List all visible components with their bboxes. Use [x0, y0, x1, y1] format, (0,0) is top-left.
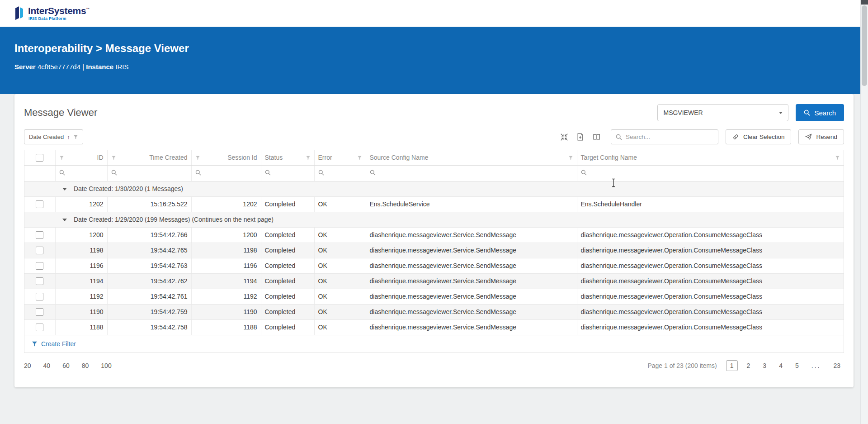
cell-status: Completed: [261, 227, 314, 243]
page-button-2[interactable]: 2: [743, 361, 754, 371]
column-chooser-button[interactable]: [590, 130, 604, 144]
page-size-100[interactable]: 100: [101, 362, 111, 369]
cell-error: OK: [314, 258, 366, 273]
column-header-error[interactable]: Error: [318, 154, 332, 161]
funnel-icon[interactable]: [306, 155, 311, 160]
search-icon: [370, 170, 376, 176]
row-checkbox[interactable]: [36, 293, 43, 300]
filter-input-source-config[interactable]: [366, 165, 577, 181]
message-grid: ID Time Created Session Id Status: [24, 150, 844, 353]
cell-status: Completed: [261, 258, 314, 273]
column-header-session-id[interactable]: Session Id: [227, 154, 257, 161]
instance-label: Instance: [86, 63, 113, 71]
select-all-checkbox[interactable]: [36, 154, 43, 162]
page-size-60[interactable]: 60: [62, 362, 70, 369]
intersystems-logo-icon: [14, 6, 25, 20]
column-header-target-config[interactable]: Target Config Name: [581, 154, 637, 161]
breadcrumb[interactable]: Interoperability > Message Viewer: [14, 42, 868, 55]
column-header-status[interactable]: Status: [265, 154, 283, 161]
intersystems-logo[interactable]: InterSystems™ IRIS Data Platform: [14, 6, 90, 21]
cell-id: 1188: [55, 319, 107, 335]
page-button-1[interactable]: 1: [726, 360, 738, 371]
funnel-icon[interactable]: [835, 155, 840, 160]
row-checkbox[interactable]: [36, 277, 43, 285]
filter-input-target-config[interactable]: [577, 165, 844, 181]
cell-id: 1198: [55, 243, 107, 258]
column-header-id[interactable]: ID: [97, 154, 104, 161]
page-size-20[interactable]: 20: [24, 362, 31, 369]
row-checkbox[interactable]: [36, 262, 43, 270]
group-collapse-triangle-icon[interactable]: [62, 219, 67, 221]
cell-session-id: 1198: [191, 243, 261, 258]
scrollbar-thumb[interactable]: [862, 5, 867, 86]
page-button-4[interactable]: 4: [775, 361, 786, 371]
viewer-select-value: MSGVIEWER: [663, 109, 703, 116]
search-button[interactable]: Search: [796, 104, 844, 121]
funnel-icon[interactable]: [357, 155, 362, 160]
cell-target-config: Ens.ScheduleHandler: [577, 196, 844, 212]
table-row[interactable]: 1194 19:54:42.762 1194 Completed OK dias…: [24, 273, 844, 289]
page-size-80[interactable]: 80: [82, 362, 89, 369]
cell-session-id: 1194: [191, 273, 261, 289]
table-row[interactable]: 1188 19:54:42.758 1188 Completed OK dias…: [24, 319, 844, 335]
group-row[interactable]: Date Created: 1/29/2020 (199 Messages) (…: [24, 212, 844, 227]
cell-target-config: diashenrique.messageviewer.Operation.Con…: [577, 258, 844, 273]
quick-search-box[interactable]: [611, 129, 718, 144]
checkbox-cell: [24, 289, 55, 304]
table-row[interactable]: 1202 15:16:25.522 1202 Completed OK Ens.…: [24, 196, 844, 212]
eraser-icon: [732, 133, 739, 140]
row-checkbox[interactable]: [36, 200, 43, 208]
cell-error: OK: [314, 319, 366, 335]
cell-session-id: 1188: [191, 319, 261, 335]
row-checkbox[interactable]: [36, 324, 43, 331]
page-button-5[interactable]: 5: [792, 361, 802, 371]
filter-input-time-created[interactable]: [107, 165, 191, 181]
filter-input-id[interactable]: [55, 165, 107, 181]
server-label: Server: [14, 63, 36, 71]
column-header-time-created[interactable]: Time Created: [149, 154, 187, 161]
resend-button[interactable]: Resend: [798, 129, 844, 144]
row-checkbox[interactable]: [36, 308, 43, 316]
table-row[interactable]: 1190 19:54:42.759 1190 Completed OK dias…: [24, 304, 844, 319]
group-collapse-triangle-icon[interactable]: [62, 188, 67, 191]
cell-time-created: 19:54:42.766: [107, 227, 191, 243]
row-checkbox[interactable]: [36, 247, 43, 254]
sort-chip-date-created[interactable]: Date Created ↑: [24, 129, 83, 144]
table-row[interactable]: 1200 19:54:42.766 1200 Completed OK dias…: [24, 227, 844, 243]
page-button-3[interactable]: 3: [759, 361, 770, 371]
cell-target-config: diashenrique.messageviewer.Operation.Con…: [577, 319, 844, 335]
group-row[interactable]: Date Created: 1/30/2020 (1 Messages): [24, 181, 844, 196]
clear-selection-button[interactable]: Clear Selection: [726, 129, 792, 144]
group-label: Date Created: 1/30/2020 (1 Messages): [74, 186, 183, 193]
column-header-source-config[interactable]: Source Config Name: [370, 154, 429, 161]
cell-error: OK: [314, 273, 366, 289]
funnel-icon[interactable]: [195, 155, 200, 160]
row-checkbox[interactable]: [36, 231, 43, 239]
create-filter-link[interactable]: Create Filter: [24, 335, 844, 353]
cell-source-config: diashenrique.messageviewer.Service.SendM…: [366, 273, 577, 289]
cell-source-config: Ens.ScheduleService: [366, 196, 577, 212]
funnel-icon[interactable]: [111, 155, 116, 160]
page-size-40[interactable]: 40: [43, 362, 51, 369]
vertical-scrollbar[interactable]: [860, 0, 868, 424]
resend-label: Resend: [816, 133, 837, 140]
sort-field-label: Date Created: [29, 133, 64, 140]
table-row[interactable]: 1192 19:54:42.761 1192 Completed OK dias…: [24, 289, 844, 304]
filter-input-status[interactable]: [261, 165, 314, 181]
collapse-all-button[interactable]: [557, 130, 571, 144]
funnel-icon[interactable]: [59, 155, 64, 160]
export-button[interactable]: [574, 130, 587, 144]
filter-input-error[interactable]: [314, 165, 366, 181]
funnel-icon[interactable]: [568, 155, 573, 160]
filter-input-session-id[interactable]: [191, 165, 261, 181]
scrollbar-up-button[interactable]: [861, 0, 868, 5]
viewer-select[interactable]: MSGVIEWER: [657, 104, 788, 121]
cell-target-config: diashenrique.messageviewer.Operation.Con…: [577, 227, 844, 243]
quick-search-input[interactable]: [626, 133, 713, 140]
table-row[interactable]: 1196 19:54:42.763 1196 Completed OK dias…: [24, 258, 844, 273]
search-icon: [111, 170, 117, 176]
cell-status: Completed: [261, 243, 314, 258]
file-export-icon: [576, 133, 584, 141]
page-button-23[interactable]: 23: [830, 361, 844, 371]
table-row[interactable]: 1198 19:54:42.765 1198 Completed OK dias…: [24, 243, 844, 258]
